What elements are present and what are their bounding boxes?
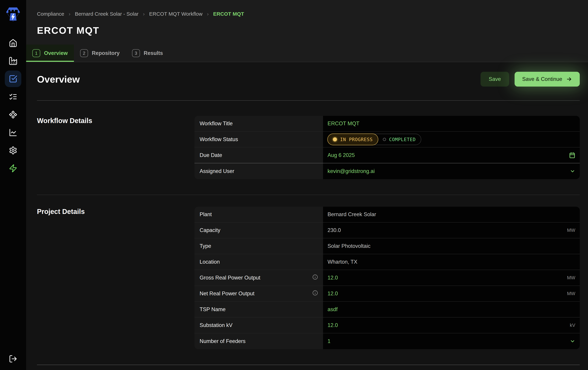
table-row: Type Solar Photovoltaic: [194, 238, 580, 254]
sidebar-item-modules[interactable]: [5, 106, 21, 123]
table-row: Net Real Power Output 12.0 MW: [194, 286, 580, 302]
page-title: ERCOT MQT: [37, 25, 588, 36]
field-label: Location: [200, 259, 220, 265]
calendar-icon[interactable]: [569, 152, 575, 158]
sidebar-item-settings[interactable]: [5, 142, 21, 159]
field-label: Assigned User: [200, 168, 234, 174]
field-value: 230.0: [327, 227, 341, 233]
divider: [37, 365, 580, 365]
sidebar-nav: [5, 35, 21, 176]
chevron-down-icon[interactable]: [570, 338, 575, 344]
divider: [37, 100, 580, 101]
table-row: Number of Feeders 1: [194, 333, 580, 349]
workflow-details-heading: Workflow Details: [37, 117, 194, 179]
gridstrong-logo[interactable]: [5, 6, 21, 22]
field-value: 12.0: [327, 322, 338, 328]
feeders-select[interactable]: 1: [323, 333, 580, 349]
tab-number-badge: 3: [132, 49, 140, 57]
due-date-input[interactable]: Aug 6 2025: [323, 147, 580, 163]
type-value: Solar Photovoltaic: [323, 238, 580, 254]
breadcrumb-item-compliance[interactable]: Compliance: [37, 11, 64, 17]
tab-repository[interactable]: 2 Repository: [74, 44, 126, 62]
field-label: Substation kV: [200, 322, 232, 328]
table-row: Substation kV 12.0 kV: [194, 317, 580, 333]
field-label: Plant: [200, 211, 212, 218]
table-row: Plant Bernard Creek Solar: [194, 207, 580, 223]
gross-power-input[interactable]: 12.0 MW: [323, 270, 580, 285]
field-value: asdf: [327, 306, 338, 313]
sidebar-item-analytics[interactable]: [5, 124, 21, 141]
location-value: Wharton, TX: [323, 254, 580, 270]
sidebar-item-tasks[interactable]: [5, 88, 21, 105]
field-value: Aug 6 2025: [327, 152, 355, 158]
field-value: Solar Photovoltaic: [327, 243, 370, 249]
breadcrumb-item-current: ERCOT MQT: [213, 11, 244, 17]
assigned-user-select[interactable]: kevin@gridstrong.ai: [323, 163, 580, 179]
status-label: COMPLETED: [389, 137, 416, 142]
table-row: TSP Name asdf: [194, 302, 580, 317]
breadcrumb-item-plant[interactable]: Bernard Creek Solar - Solar: [75, 11, 138, 17]
tab-results[interactable]: 3 Results: [126, 44, 169, 62]
sidebar: [0, 0, 26, 370]
tab-label: Repository: [92, 50, 120, 56]
toolbar-actions: Save Save & Continue: [481, 72, 580, 87]
tab-bar: 1 Overview 2 Repository 3 Results: [26, 44, 588, 62]
workflow-title-input[interactable]: ERCOT MQT: [323, 116, 580, 131]
field-label: Type: [200, 243, 211, 249]
workflow-details-section: Workflow Details Workflow Title ERCOT MQ…: [37, 116, 580, 179]
save-continue-label: Save & Continue: [522, 76, 562, 82]
factory-icon: [9, 57, 17, 65]
field-value: Bernard Creek Solar: [327, 211, 376, 218]
status-option-in-progress[interactable]: IN PROGRESS: [327, 133, 378, 145]
capacity-value: 230.0 MW: [323, 223, 580, 238]
checklist-icon: [9, 92, 17, 101]
info-icon[interactable]: [312, 274, 318, 281]
field-value: 12.0: [327, 275, 338, 281]
line-chart-icon: [9, 128, 17, 137]
project-details-heading: Project Details: [37, 208, 194, 349]
sidebar-item-compliance[interactable]: [5, 71, 21, 87]
sidebar-item-energy[interactable]: [5, 160, 21, 176]
status-option-completed[interactable]: COMPLETED: [378, 134, 421, 145]
info-icon[interactable]: [312, 290, 318, 297]
chevron-right-icon: ›: [207, 11, 209, 17]
sidebar-item-home[interactable]: [5, 35, 21, 51]
breadcrumb: Compliance › Bernard Creek Solar - Solar…: [37, 11, 588, 17]
field-label: Net Real Power Output: [200, 291, 254, 297]
gear-icon: [9, 146, 17, 155]
net-power-input[interactable]: 12.0 MW: [323, 286, 580, 301]
field-value: kevin@gridstrong.ai: [327, 168, 375, 174]
breadcrumb-item-workflow[interactable]: ERCOT MQT Workflow: [149, 11, 202, 17]
component-icon: [9, 110, 17, 119]
plant-value: Bernard Creek Solar: [323, 207, 580, 222]
page-header: Compliance › Bernard Creek Solar - Solar…: [26, 0, 588, 62]
section-heading-overview: Overview: [37, 74, 80, 85]
divider: [37, 195, 580, 195]
tab-label: Results: [144, 50, 163, 56]
table-row: Gross Real Power Output 12.0 MW: [194, 270, 580, 286]
unit-label: MW: [567, 228, 575, 233]
field-label: TSP Name: [200, 306, 226, 313]
main-area: Compliance › Bernard Creek Solar - Solar…: [26, 0, 588, 370]
check-square-icon: [9, 75, 17, 83]
tab-overview[interactable]: 1 Overview: [26, 44, 74, 62]
save-button[interactable]: Save: [481, 72, 509, 87]
field-label: Workflow Status: [200, 136, 238, 142]
field-label: Due Date: [200, 152, 222, 158]
sidebar-item-plants[interactable]: [5, 53, 21, 69]
app-root: Compliance › Bernard Creek Solar - Solar…: [0, 0, 588, 370]
status-label: IN PROGRESS: [340, 137, 373, 142]
chevron-down-icon[interactable]: [570, 168, 575, 174]
save-continue-button[interactable]: Save & Continue: [514, 72, 580, 87]
field-label: Gross Real Power Output: [200, 275, 260, 281]
table-row: Workflow Title ERCOT MQT: [194, 116, 580, 132]
toolbar: Overview Save Save & Continue: [37, 72, 580, 87]
field-label: Workflow Title: [200, 120, 233, 127]
tab-label: Overview: [44, 50, 68, 56]
substation-kv-input[interactable]: 12.0 kV: [323, 317, 580, 333]
logout-button[interactable]: [5, 350, 21, 367]
project-details-table: Plant Bernard Creek Solar Capacity 230.0…: [194, 207, 580, 349]
field-value: 12.0: [327, 291, 338, 297]
tsp-name-input[interactable]: asdf: [323, 302, 580, 317]
unit-label: MW: [567, 291, 575, 296]
